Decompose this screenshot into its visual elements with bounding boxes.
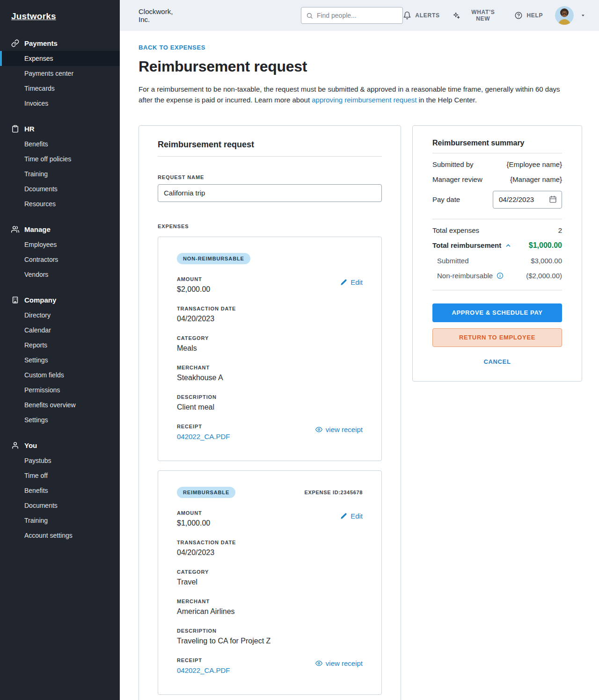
view-receipt-link[interactable]: view receipt (315, 426, 363, 433)
request-name-label: REQUEST NAME (158, 174, 382, 180)
eye-icon (315, 660, 322, 667)
request-name-input[interactable] (158, 184, 382, 202)
sidebar-item-settings[interactable]: Settings (0, 353, 120, 368)
justworks-logo[interactable]: Justworks (0, 9, 67, 25)
sidebar-item-time-off[interactable]: Time off (0, 468, 120, 483)
sidebar-item-settings-2[interactable]: Settings (0, 412, 120, 427)
transaction-date-field: TRANSACTION DATE 04/20/2023 (177, 306, 363, 323)
description-field: DESCRIPTION Traveling to CA for Project … (177, 628, 363, 645)
description-value: Client meal (177, 403, 363, 411)
category-value: Meals (177, 344, 363, 353)
amount-field: AMOUNT $2,000.00 (177, 276, 210, 294)
help-label: HELP (526, 12, 543, 19)
description-value: Traveling to CA for Project Z (177, 637, 363, 645)
search-input[interactable] (317, 12, 398, 19)
receipt-file-link[interactable]: 042022_CA.PDF (177, 666, 230, 674)
sidebar-item-resources[interactable]: Resources (0, 196, 120, 211)
sidebar-item-vendors[interactable]: Vendors (0, 267, 120, 282)
pay-date-input-wrap[interactable] (493, 191, 562, 209)
back-to-expenses-link[interactable]: BACK TO EXPENSES (139, 44, 205, 51)
category-value: Travel (177, 578, 363, 586)
sidebar-item-training[interactable]: Training (0, 166, 120, 181)
chevron-down-icon[interactable] (580, 13, 586, 18)
request-card-title: Reimbursement request (158, 128, 382, 157)
transaction-date-value: 04/20/2023 (177, 548, 363, 557)
sidebar-section-label: Company (24, 296, 56, 304)
cancel-link[interactable]: CANCEL (432, 358, 562, 365)
expenses-label: EXPENSES (158, 224, 382, 229)
amount-value: $2,000.00 (177, 285, 210, 294)
help-button[interactable]: HELP (514, 11, 543, 20)
merchant-field: MERCHANT Steakhouse A (177, 365, 363, 382)
sidebar-item-your-documents[interactable]: Documents (0, 498, 120, 513)
sidebar-item-account-settings[interactable]: Account settings (0, 528, 120, 543)
amount-label: AMOUNT (177, 510, 210, 516)
avatar[interactable] (555, 6, 574, 25)
sidebar-item-documents[interactable]: Dcouments (0, 181, 120, 196)
help-circle-icon (514, 11, 523, 20)
status-badge: NON-REIMBURSABLE (177, 253, 250, 264)
topbar-right: ALERTS WHAT'S NEW HELP (403, 6, 586, 25)
sidebar-item-time-off-policies[interactable]: Time off policies (0, 152, 120, 166)
receipt-field: RECEIPT 042022_CA.PDF (177, 424, 230, 441)
submitted-by-value: {Employee name} (507, 160, 562, 168)
description-label: DESCRIPTION (177, 394, 363, 400)
sidebar-item-calendar[interactable]: Calendar (0, 323, 120, 338)
alerts-button[interactable]: ALERTS (403, 11, 439, 20)
edit-expense-link[interactable]: Edit (340, 512, 363, 520)
sidebar-item-employees[interactable]: Employees (0, 237, 120, 252)
merchant-field: MERCHANT American Airlines (177, 599, 363, 616)
sidebar-item-benefits-overview[interactable]: Benefits overview (0, 397, 120, 412)
pay-date-label: Pay date (432, 195, 460, 203)
sparkles-icon (452, 11, 460, 20)
sidebar-item-your-training[interactable]: Training (0, 513, 120, 528)
transaction-date-label: TRANSACTION DATE (177, 540, 363, 545)
approving-reimbursement-link[interactable]: approving reimbursement request (312, 96, 416, 104)
sidebar-item-invoices[interactable]: Invoices (0, 96, 120, 111)
page-title: Reimbursement request (139, 58, 582, 75)
approve-schedule-pay-button[interactable]: APPROVE & SCHEDULE PAY (432, 303, 562, 322)
transaction-date-value: 04/20/2023 (177, 315, 363, 323)
amount-field: AMOUNT $1,000.00 (177, 510, 210, 527)
pay-date-input[interactable] (499, 195, 546, 203)
receipt-file-link[interactable]: 042022_CA.PDF (177, 433, 230, 440)
summary-title: Reimbursement summary (432, 127, 562, 153)
sidebar: Justworks Payments Expenses Payments cen… (0, 0, 120, 700)
return-to-employee-button[interactable]: RETURN TO EMPLOYEE (432, 328, 562, 347)
sidebar-item-timecards[interactable]: Timecards (0, 81, 120, 96)
sidebar-item-your-benefits[interactable]: Benefits (0, 483, 120, 498)
expense-id: EXPENSE ID:2345678 (305, 490, 363, 495)
sidebar-item-payments-center[interactable]: Payments center (0, 66, 120, 81)
avatar-image (555, 6, 574, 25)
topbar: Clockwork, Inc. ALERTS WHAT'S NEW HELP (120, 0, 599, 31)
sidebar-item-contractors[interactable]: Contractors (0, 252, 120, 267)
merchant-value: Steakhouse A (177, 374, 363, 382)
sidebar-item-expenses[interactable]: Expenses (0, 51, 120, 66)
whats-new-button[interactable]: WHAT'S NEW (452, 9, 503, 22)
sidebar-item-directory[interactable]: Directory (0, 308, 120, 323)
chevron-up-icon[interactable] (505, 242, 511, 249)
amount-value: $1,000.00 (177, 519, 210, 527)
edit-expense-link[interactable]: Edit (340, 278, 363, 286)
sidebar-item-reports[interactable]: Reports (0, 338, 120, 353)
category-label: CATEGORY (177, 335, 363, 341)
calendar-icon[interactable] (549, 195, 557, 203)
total-expenses-label: Total expenses (432, 226, 479, 234)
receipt-row: RECEIPT 042022_CA.PDF view receipt (177, 424, 363, 441)
sidebar-section-hr: HR (0, 121, 120, 137)
pencil-icon (340, 512, 347, 520)
category-label: CATEGORY (177, 569, 363, 575)
search-box[interactable] (301, 7, 403, 24)
receipt-field: RECEIPT 042022_CA.PDF (177, 657, 230, 675)
sidebar-item-paystubs[interactable]: Paystubs (0, 453, 120, 468)
expense-top-row: NON-REIMBURSABLE (177, 253, 363, 264)
status-badge: REIMBURSABLE (177, 487, 235, 498)
sidebar-item-benefits[interactable]: Benefits (0, 137, 120, 152)
transaction-date-label: TRANSACTION DATE (177, 306, 363, 311)
view-receipt-link[interactable]: view receipt (315, 659, 363, 667)
sidebar-item-permissions[interactable]: Permissions (0, 382, 120, 397)
reimbursement-summary-card: Reimbursement summary Submitted by {Empl… (412, 125, 582, 382)
sidebar-item-custom-fields[interactable]: Custom fields (0, 368, 120, 382)
info-icon[interactable] (497, 272, 504, 279)
receipt-label: RECEIPT (177, 424, 230, 429)
